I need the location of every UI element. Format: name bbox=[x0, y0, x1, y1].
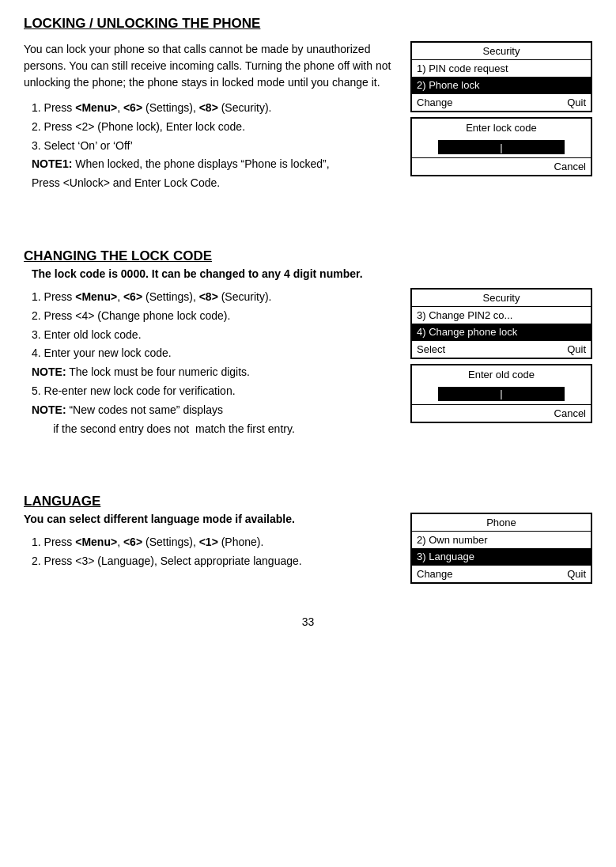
s3-screen1-title: Phone bbox=[412, 514, 591, 532]
s2-screen2-input-field: | bbox=[438, 387, 565, 401]
section2-text: 1. Press <Menu>, <6> (Settings), <8> (Se… bbox=[24, 288, 395, 438]
section1-step2: 2. Press <2> (Phone lock), Enter lock co… bbox=[32, 118, 395, 137]
s3-screen1-footer-right: Quit bbox=[567, 568, 586, 580]
s2-screen1-footer-left: Select bbox=[417, 343, 445, 355]
s2-screen1-footer-right: Quit bbox=[567, 343, 586, 355]
s2-screen1-footer: Select Quit bbox=[412, 340, 591, 358]
s3-screen1-footer: Change Quit bbox=[412, 565, 591, 582]
section1-container: You can lock your phone so that calls ca… bbox=[24, 41, 592, 193]
section3-steps: 1. Press <Menu>, <6> (Settings), <1> (Ph… bbox=[32, 533, 395, 571]
section3-images: Phone 2) Own number 3) Language Change Q… bbox=[410, 513, 592, 584]
section1-title: LOCKING / UNLOCKING THE PHONE bbox=[24, 16, 592, 32]
section3-step1: 1. Press <Menu>, <6> (Settings), <1> (Ph… bbox=[32, 533, 395, 552]
section1-step1: 1. Press <Menu>, <6> (Settings), <8> (Se… bbox=[32, 99, 395, 118]
section1-step3: 3. Select ‘On’ or ‘Off’ bbox=[32, 137, 395, 156]
section2-step3: 3. Enter old lock code. bbox=[32, 326, 395, 345]
section3-title: LANGUAGE bbox=[24, 494, 592, 509]
section1-screen2: Enter lock code | Cancel bbox=[410, 117, 592, 176]
section2-note2: NOTE: “New codes not same” displays bbox=[32, 401, 395, 420]
screen2-title: Enter lock code bbox=[412, 119, 591, 137]
section3-step2: 2. Press <3> (Language), Select appropri… bbox=[32, 552, 395, 571]
screen2-input-field: | bbox=[438, 140, 565, 154]
s2-screen2-cancel: Cancel bbox=[412, 404, 591, 422]
s2-screen1-item2: 4) Change phone lock bbox=[412, 324, 591, 340]
section1-note1: NOTE1: When locked, the phone displays “… bbox=[32, 155, 395, 193]
screen1-item1: 1) PIN code request bbox=[412, 60, 591, 77]
section2-steps: 1. Press <Menu>, <6> (Settings), <8> (Se… bbox=[32, 288, 395, 438]
section1-text: You can lock your phone so that calls ca… bbox=[24, 41, 395, 193]
section2-note2-cont: if the second entry does not match the f… bbox=[32, 420, 395, 439]
screen2-cancel: Cancel bbox=[412, 157, 591, 175]
section2-step5: 5. Re-enter new lock code for verificati… bbox=[32, 382, 395, 401]
s2-screen2-title: Enter old code bbox=[412, 365, 591, 384]
screen1-footer-right: Quit bbox=[567, 97, 586, 108]
screen1-item2: 2) Phone lock bbox=[412, 77, 591, 93]
section2-step4: 4. Enter your new lock code. bbox=[32, 344, 395, 363]
section1-steps: 1. Press <Menu>, <6> (Settings), <8> (Se… bbox=[32, 99, 395, 193]
s3-screen1-item2: 3) Language bbox=[412, 548, 591, 565]
s2-screen2-input-row: | bbox=[412, 384, 591, 404]
section1-images: Security 1) PIN code request 2) Phone lo… bbox=[410, 41, 592, 193]
section3-text: You can select different language mode i… bbox=[24, 513, 395, 584]
section2-subheading: The lock code is 0000. It can be changed… bbox=[32, 267, 592, 280]
screen1-footer: Change Quit bbox=[412, 93, 591, 111]
section2-container: 1. Press <Menu>, <6> (Settings), <8> (Se… bbox=[24, 288, 592, 438]
s3-screen1-footer-left: Change bbox=[417, 568, 453, 580]
s2-screen1-title: Security bbox=[412, 290, 591, 307]
section3-subheading: You can select different language mode i… bbox=[24, 513, 395, 525]
section2-images: Security 3) Change PIN2 co... 4) Change … bbox=[410, 288, 592, 438]
s3-screen1-item1: 2) Own number bbox=[412, 532, 591, 548]
section1-intro: You can lock your phone so that calls ca… bbox=[24, 41, 395, 91]
section2-note1: NOTE: The lock must be four numeric digi… bbox=[32, 363, 395, 382]
section2-step1: 1. Press <Menu>, <6> (Settings), <8> (Se… bbox=[32, 288, 395, 307]
screen2-input-row: | bbox=[412, 137, 591, 157]
screen2-cursor: | bbox=[500, 142, 502, 153]
screen1-title: Security bbox=[412, 43, 591, 60]
section3-screen1: Phone 2) Own number 3) Language Change Q… bbox=[410, 513, 592, 584]
screen1-footer-left: Change bbox=[417, 97, 453, 108]
section2-title: CHANGING THE LOCK CODE bbox=[24, 248, 592, 264]
s2-screen2-cursor: | bbox=[500, 388, 502, 399]
section2-step2: 2. Press <4> (Change phone lock code). bbox=[32, 307, 395, 326]
section2-screen2: Enter old code | Cancel bbox=[410, 364, 592, 423]
s2-screen1-item1: 3) Change PIN2 co... bbox=[412, 307, 591, 324]
section1-screen1: Security 1) PIN code request 2) Phone lo… bbox=[410, 41, 592, 112]
section2-screen1: Security 3) Change PIN2 co... 4) Change … bbox=[410, 288, 592, 359]
page-number: 33 bbox=[24, 615, 592, 628]
section3-container: You can select different language mode i… bbox=[24, 513, 592, 584]
